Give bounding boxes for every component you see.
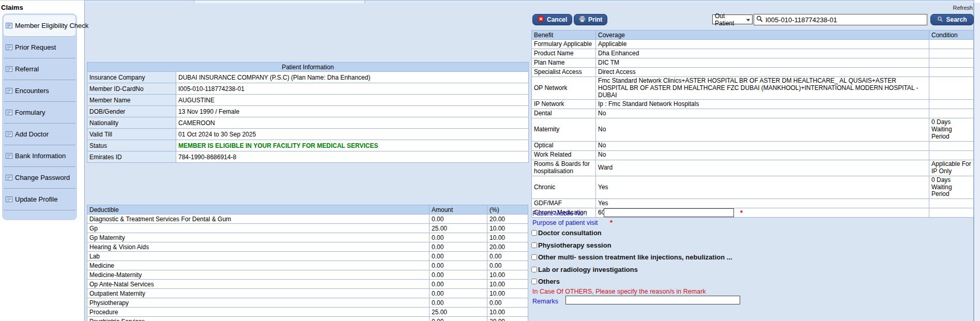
benefit-row: IP NetworkIp : Fmc Standard Network Hosp…: [532, 100, 974, 109]
sidebar-item-prior-request[interactable]: Prior Request: [4, 37, 75, 58]
search-input[interactable]: [764, 16, 925, 24]
top-tab-strip: [84, 0, 976, 3]
sidebar-item-change-password[interactable]: Change Password: [4, 167, 75, 189]
deductible-amount: 0.00: [430, 298, 487, 308]
purpose-checkbox-doctor-consultation[interactable]: [531, 230, 537, 236]
remarks-input[interactable]: [565, 296, 740, 304]
benefit-row: Rooms & Boards for hospitalisationWardAp…: [532, 160, 974, 176]
deductible-name: Psychiatric Services: [87, 317, 430, 321]
deductible-name: Lab: [87, 252, 430, 261]
sidebar-item-label: Change Password: [15, 174, 70, 181]
form-lines-icon: [6, 66, 12, 72]
deductible-row: Psychiatric Services0.0020.00: [87, 317, 528, 321]
deductible-name: Gp: [87, 224, 430, 233]
deductible-row: Diagnostic & Treatment Services For Dent…: [87, 215, 528, 224]
deductible-name: Gp Maternity: [87, 233, 430, 242]
sidebar-item-update-profile[interactable]: Update Profile: [4, 189, 75, 210]
deductible-row: Medicine-Maternity0.0010.00: [87, 270, 528, 280]
benefit-row: OpticalNo: [532, 141, 974, 150]
deductible-amount: 0.00: [430, 215, 487, 224]
benefit-name: Work Related: [532, 150, 596, 160]
benefit-row: Formulary ApplicableApplicable: [532, 40, 974, 49]
deductible-amount: 0.00: [430, 242, 487, 252]
deductible-row: Physiotherapy0.000.00: [87, 298, 528, 308]
purpose-checkbox-lab-or[interactable]: [531, 267, 537, 272]
deductible-row: Gp Maternity0.0010.00: [87, 233, 528, 242]
sidebar-item-formulary[interactable]: Formulary: [4, 102, 75, 124]
deductible-percent: 0.00: [487, 298, 528, 308]
deductible-name: Procedure: [87, 308, 430, 317]
benefit-coverage: Dha Enhanced: [596, 49, 929, 58]
purpose-option-label: Doctor consultation: [538, 229, 602, 237]
refresh-link[interactable]: Refresh: [953, 5, 973, 11]
benefit-condition: [929, 58, 974, 68]
sidebar-item-label: Update Profile: [15, 195, 57, 203]
printer-icon: [579, 16, 586, 24]
form-lines-icon: [6, 44, 12, 50]
sidebar-item-add-doctor[interactable]: Add Doctor: [4, 124, 75, 145]
top-tab[interactable]: [194, 0, 365, 3]
visit-type-select[interactable]: Out Patient: [712, 14, 753, 24]
field-label: Status: [87, 140, 176, 151]
search-button[interactable]: Search: [930, 14, 974, 25]
field-label: Insurance Company: [87, 72, 176, 83]
benefit-name: Formulary Applicable: [532, 40, 596, 49]
benefit-row: Work RelatedNo: [532, 150, 974, 160]
required-marker: *: [610, 219, 612, 226]
deductible-name: Outpatient Maternity: [87, 289, 430, 298]
top-tab[interactable]: [84, 0, 195, 3]
benefit-name: Maternity: [532, 118, 596, 141]
benefit-coverage: No: [596, 141, 929, 150]
purpose-option-label: Others: [538, 278, 560, 285]
field-value: 13 Nov 1990 / Female: [176, 106, 529, 117]
sidebar-item-referral[interactable]: Referral: [4, 58, 75, 80]
field-label: Member Name: [87, 95, 176, 106]
cancel-icon: [538, 16, 544, 24]
deductible-row: Medicine0.000.00: [87, 261, 528, 270]
benefit-name: IP Network: [532, 100, 596, 109]
benefit-name: Dental: [532, 109, 596, 118]
purpose-option-label: Lab or radiology investigations: [538, 266, 638, 273]
benefit-condition: 0 Days Waiting Period: [929, 118, 974, 141]
deductible-amount: 0.00: [430, 261, 487, 270]
benefit-condition: 0 Days Waiting Period: [929, 176, 974, 198]
cancel-button-label: Cancel: [547, 16, 567, 23]
form-lines-icon: [6, 23, 12, 28]
benefit-condition: [929, 199, 974, 208]
deductible-row: Op Ante-Natal Services0.0010.00: [87, 280, 528, 289]
deductible-percent: 0.00: [487, 261, 528, 270]
cancel-button[interactable]: Cancel: [532, 14, 572, 25]
deductible-percent: 10.00: [487, 270, 528, 280]
patient-info-row: Insurance CompanyDUBAI INSURANCE COMPANY…: [87, 72, 529, 83]
search-button-icon: [937, 16, 943, 24]
benefit-name: Plan Name: [532, 58, 596, 68]
deductible-name: Hearing & Vision Aids: [87, 242, 430, 252]
deductible-percent: 10.00: [487, 280, 528, 289]
print-button[interactable]: Print: [574, 14, 607, 25]
sidebar-item-bank-information[interactable]: Bank Information: [4, 145, 75, 167]
benefit-coverage: No: [596, 118, 929, 141]
benefit-name: GDF/MAF: [532, 199, 596, 208]
deductible-amount: 0.00: [430, 270, 487, 280]
right-edge-strip: [974, 3, 980, 321]
patient-info-row: DOB/Gender13 Nov 1990 / Female: [87, 106, 529, 117]
search-field-wrap: [754, 14, 927, 25]
sidebar-item-label: Encounters: [15, 87, 49, 95]
purpose-option: Physiotherapy session: [531, 241, 611, 249]
sidebar-item-encounters[interactable]: Encounters: [4, 80, 75, 102]
benefit-coverage: No: [596, 109, 929, 118]
benefit-coverage: Applicable: [596, 40, 929, 49]
visit-type-selected: Out Patient: [715, 12, 746, 27]
sidebar-item-member-eligibility-check[interactable]: Member Eligibility Check: [4, 15, 75, 37]
field-value: 784-1990-8686914-8: [176, 151, 529, 163]
deductible-percent: 10.00: [487, 289, 528, 298]
purpose-checkbox-physiotherapy-session[interactable]: [531, 242, 537, 248]
purpose-checkbox-others[interactable]: [531, 279, 537, 284]
deductible-amount: 0.00: [430, 280, 487, 289]
benefit-condition: [929, 40, 974, 49]
column-header: (%): [487, 205, 528, 215]
top-tab[interactable]: [364, 0, 974, 3]
purpose-option: Other multi- session treatment like inje…: [531, 253, 732, 261]
patient-mobile-input[interactable]: [604, 208, 734, 217]
purpose-checkbox-other-multi-[interactable]: [531, 254, 537, 260]
